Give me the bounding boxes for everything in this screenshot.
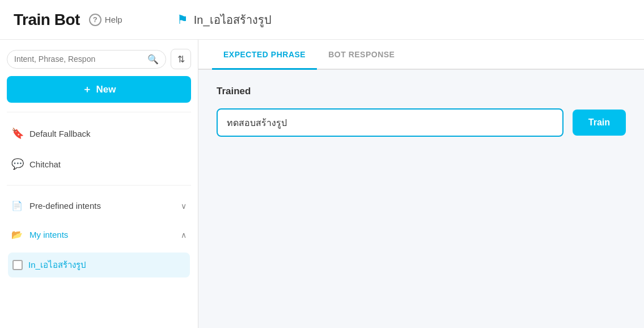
folder-icon: 📂 [11,229,24,240]
content-body: Trained Train [198,70,644,328]
search-input[interactable] [14,54,144,64]
breadcrumb-text: In_เอไอสร้างรูป [194,11,272,29]
sidebar-item-default-fallback[interactable]: 🔖 Default Fallback [7,121,191,145]
new-button[interactable]: ＋ New [7,76,191,103]
search-icon: 🔍 [147,54,159,65]
predefined-label: Pre-defined intents [29,201,175,211]
app-title: Train Bot [14,11,80,29]
tab-bar: EXPECTED PHRASE BOT RESPONSE [198,40,644,70]
sidebar-item-chitchat[interactable]: 💬 Chitchat [7,152,191,176]
intent-item-label: In_เอไอสร้างรูป [28,258,86,272]
breadcrumb-icon: ⚑ [177,12,188,27]
phrase-row: Train [217,108,626,137]
plus-icon: ＋ [82,83,92,96]
section-title: Trained [217,86,626,97]
sort-icon: ⇅ [177,54,185,65]
predefined-icon: 📄 [11,200,24,211]
help-icon: ? [89,14,101,26]
phrase-input[interactable] [217,108,564,137]
my-intents-label: My intents [29,230,175,239]
divider-1 [7,112,191,112]
new-button-label: New [96,84,116,95]
tab-expected-phrase[interactable]: EXPECTED PHRASE [212,40,317,70]
app-header: Train Bot ? Help ⚑ In_เอไอสร้างรูป [0,0,644,40]
chat-icon: 💬 [11,158,24,170]
divider-2 [7,185,191,186]
chevron-down-icon: ∨ [181,201,187,211]
breadcrumb: ⚑ In_เอไอสร้างรูป [177,11,272,29]
intent-checkbox[interactable] [12,260,23,270]
tab-bot-response[interactable]: BOT RESPONSE [317,40,406,70]
sidebar-section-predefined[interactable]: 📄 Pre-defined intents ∨ [7,195,191,217]
sort-button[interactable]: ⇅ [171,49,191,69]
bookmark-icon: 🔖 [11,127,24,140]
sidebar: 🔍 ⇅ ＋ New 🔖 Default Fallback 💬 Chitchat … [0,40,198,328]
help-button[interactable]: ? Help [89,14,122,26]
sidebar-item-label: Default Fallback [29,129,187,138]
sidebar-section-myintents[interactable]: 📂 My intents ∧ [7,224,191,246]
search-box[interactable]: 🔍 [7,50,166,69]
intent-item-active[interactable]: In_เอไอสร้างรูป [8,253,190,277]
chevron-up-icon: ∧ [181,230,187,239]
search-row: 🔍 ⇅ [7,49,191,69]
content-area: EXPECTED PHRASE BOT RESPONSE Trained Tra… [198,40,644,328]
main-layout: 🔍 ⇅ ＋ New 🔖 Default Fallback 💬 Chitchat … [0,40,644,328]
help-label: Help [105,15,122,24]
train-button[interactable]: Train [573,110,626,136]
sidebar-item-label: Chitchat [29,159,187,169]
